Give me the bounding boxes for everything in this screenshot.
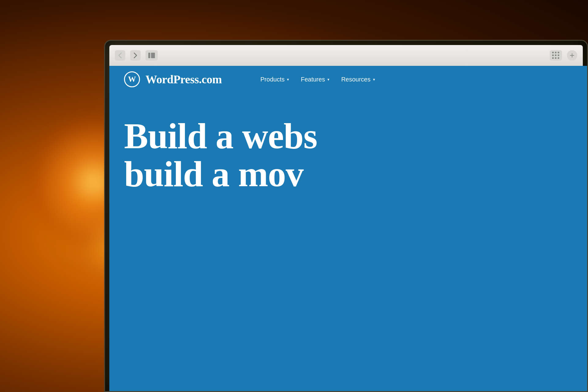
website-viewport: W WordPress.com Products ▾ Features ▾ Re… bbox=[109, 66, 587, 391]
forward-button[interactable] bbox=[130, 50, 141, 61]
features-chevron-icon: ▾ bbox=[327, 77, 330, 82]
browser-chrome bbox=[109, 45, 583, 66]
wordpress-w-icon: W bbox=[127, 74, 137, 84]
resources-chevron-icon: ▾ bbox=[373, 77, 375, 82]
svg-text:W: W bbox=[128, 75, 136, 84]
svg-rect-0 bbox=[148, 53, 150, 58]
hero-line-2: build a mov bbox=[124, 155, 572, 193]
wordpress-navbar: W WordPress.com Products ▾ Features ▾ Re… bbox=[109, 66, 587, 93]
features-label: Features bbox=[301, 76, 325, 83]
hero-title: Build a webs build a mov bbox=[124, 117, 572, 193]
products-nav-link[interactable]: Products ▾ bbox=[256, 74, 293, 85]
svg-rect-1 bbox=[151, 53, 155, 58]
wordpress-logo-circle: W bbox=[124, 71, 140, 87]
features-nav-link[interactable]: Features ▾ bbox=[296, 74, 334, 85]
wordpress-logo-area[interactable]: W WordPress.com bbox=[124, 71, 222, 87]
nav-links: Products ▾ Features ▾ Resources ▾ bbox=[256, 74, 379, 85]
extensions-button[interactable] bbox=[550, 50, 562, 61]
hero-section: Build a webs build a mov bbox=[109, 93, 587, 212]
wordpress-logo-text: WordPress.com bbox=[145, 73, 222, 86]
resources-label: Resources bbox=[341, 76, 371, 83]
products-label: Products bbox=[260, 76, 285, 83]
new-tab-button[interactable] bbox=[567, 50, 577, 61]
products-chevron-icon: ▾ bbox=[287, 77, 289, 82]
hero-line-1: Build a webs bbox=[124, 117, 572, 155]
sidebar-icon bbox=[148, 53, 155, 58]
sidebar-toggle-button[interactable] bbox=[145, 50, 158, 61]
resources-nav-link[interactable]: Resources ▾ bbox=[337, 74, 379, 85]
back-button[interactable] bbox=[115, 50, 125, 61]
device-frame: W WordPress.com Products ▾ Features ▾ Re… bbox=[104, 40, 588, 392]
grid-icon bbox=[552, 52, 560, 59]
